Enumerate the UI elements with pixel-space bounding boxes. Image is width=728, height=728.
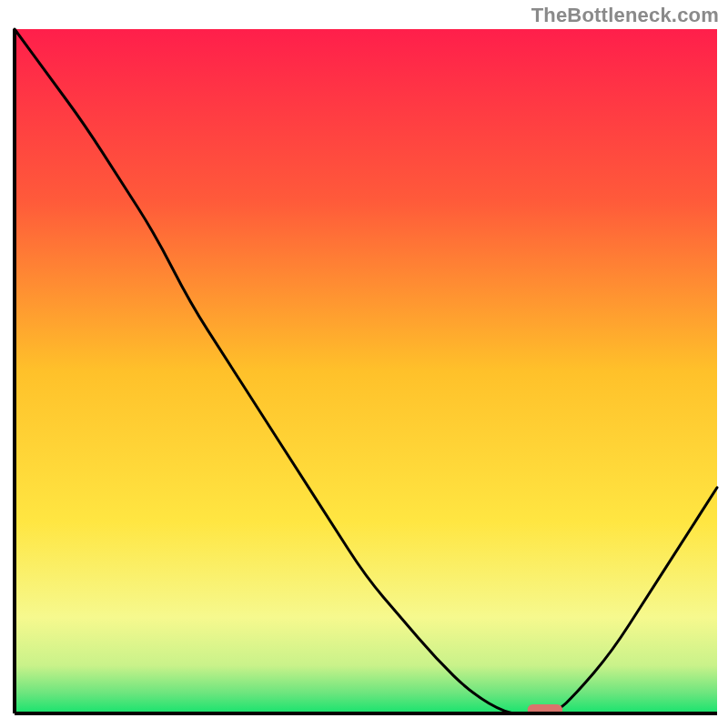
- watermark-text: TheBottleneck.com: [531, 4, 719, 27]
- chart-svg: [9, 27, 719, 719]
- bottleneck-chart: [9, 27, 719, 719]
- plot-background: [15, 29, 717, 713]
